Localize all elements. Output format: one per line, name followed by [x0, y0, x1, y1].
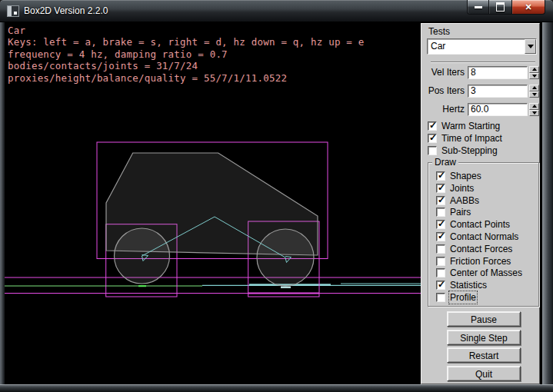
pos-iters-spinner: Pos Iters 3 [424, 85, 539, 98]
checkbox-label: Sub-Stepping [441, 145, 498, 156]
contact-point-left [138, 285, 146, 287]
checkbox-label: Shapes [450, 171, 481, 181]
checkbox[interactable] [428, 146, 437, 155]
spinner-label: Pos Iters [424, 85, 468, 98]
spinner-down-button[interactable] [529, 110, 539, 117]
test-select-dropdown[interactable]: Car [427, 38, 537, 55]
window-frame-bottom [0, 384, 553, 392]
checkbox[interactable] [436, 196, 445, 205]
minimize-icon [475, 6, 482, 8]
checkbox[interactable] [436, 293, 445, 302]
checkbox[interactable] [428, 121, 437, 131]
action-buttons: PauseSingle StepRestartQuit [447, 311, 521, 381]
debug-text-line: frequency = 4 hz, damping ratio = 0.7 [8, 48, 365, 60]
contact-points-checkbox-row[interactable]: Contact Points [436, 220, 522, 229]
checkbox-label: Joints [450, 183, 474, 194]
checkbox-label: Friction Forces [450, 256, 511, 267]
arrow-down-icon [532, 93, 537, 96]
close-icon: ✕ [525, 3, 531, 12]
titlebar[interactable]: Box2D Version 2.2.0 ✕ [0, 0, 553, 22]
debug-text-line: Keys: left = a, brake = s, right = d, hz… [8, 36, 365, 48]
checkbox[interactable] [436, 208, 445, 217]
checkbox[interactable] [428, 134, 437, 143]
checkbox-label: Profile [450, 292, 476, 303]
spinner-up-button[interactable] [529, 103, 539, 110]
checkbox[interactable] [436, 281, 445, 290]
app-window: Box2D Version 2.2.0 ✕ [0, 0, 553, 392]
checkbox-label: Contact Points [450, 219, 510, 230]
checkbox-label: Pairs [450, 207, 471, 218]
checkbox[interactable] [436, 257, 445, 266]
contact-point-right [281, 287, 291, 288]
checkbox[interactable] [436, 184, 445, 193]
minimize-button[interactable] [467, 0, 489, 15]
contact-normals-checkbox-row[interactable]: Contact Normals [436, 232, 522, 241]
checkbox[interactable] [436, 244, 445, 254]
window-frame-right [542, 22, 553, 392]
spinner-up-button[interactable] [529, 85, 539, 91]
debug-text-line: bodies/contacts/joints = 31/7/24 [8, 60, 365, 71]
checkbox-label: Time of Impact [441, 133, 502, 144]
aabbs-checkbox-row[interactable]: AABBs [436, 196, 522, 205]
debug-text-line: proxies/height/balance/quality = 55/7/1/… [8, 72, 365, 84]
checkbox-label: Warm Starting [441, 121, 500, 131]
maximize-button[interactable] [489, 0, 511, 15]
checkbox-label: Center of Masses [450, 267, 522, 278]
separator [431, 61, 535, 63]
spinner-label: Vel Iters [424, 66, 468, 79]
solver-toggles: Warm Starting Time of Impact Sub-Steppin… [428, 121, 502, 155]
checkbox-label: Contact Forces [450, 244, 512, 254]
dropdown-arrow-button[interactable] [525, 39, 536, 54]
vel-iters-spinner: Vel Iters 8 [424, 66, 539, 79]
pairs-checkbox-row[interactable]: Pairs [436, 208, 522, 217]
warm-starting-checkbox-row[interactable]: Warm Starting [428, 121, 502, 131]
spinner-input[interactable]: 60.0 [468, 103, 528, 116]
spinner-buttons [529, 66, 539, 79]
checkbox[interactable] [436, 220, 445, 229]
arrow-up-icon [532, 68, 537, 71]
hertz-spinner: Hertz 60.0 [424, 103, 539, 116]
pause-button[interactable]: Pause [447, 311, 521, 327]
shapes-checkbox-row[interactable]: Shapes [436, 171, 522, 181]
spinner-buttons [529, 85, 539, 98]
spinner-input[interactable]: 3 [468, 85, 528, 98]
restart-button[interactable]: Restart [447, 347, 521, 363]
spinner-buttons [529, 103, 539, 116]
arrow-up-icon [532, 105, 537, 108]
time-of-impact-checkbox-row[interactable]: Time of Impact [428, 134, 502, 143]
spinner-group: Vel Iters 8 Pos Iters 3 Hertz 60.0 [424, 66, 539, 121]
debug-text-line: Car [8, 25, 365, 36]
spinner-input[interactable]: 8 [468, 66, 528, 79]
window-controls: ✕ [467, 0, 545, 15]
checkbox[interactable] [436, 268, 445, 277]
checkbox-label: Statistics [450, 280, 487, 291]
statistics-checkbox-row[interactable]: Statistics [436, 281, 522, 290]
spinner-down-button[interactable] [529, 73, 539, 80]
close-button[interactable]: ✕ [511, 0, 545, 15]
checkbox[interactable] [436, 232, 445, 241]
arrow-down-icon [532, 111, 537, 115]
sub-stepping-checkbox-row[interactable]: Sub-Stepping [428, 146, 502, 155]
simulation-viewport[interactable]: CarKeys: left = a, brake = s, right = d,… [5, 23, 421, 384]
maximize-icon [496, 2, 505, 12]
spinner-up-button[interactable] [529, 66, 539, 73]
profile-checkbox-row[interactable]: Profile [436, 293, 522, 302]
window-frame-left [0, 22, 5, 392]
joints-checkbox-row[interactable]: Joints [436, 184, 522, 193]
window-title: Box2D Version 2.2.0 [24, 5, 108, 16]
control-panel: Tests Car Vel Iters 8 Pos Iters 3 [421, 23, 540, 384]
single-step-button[interactable]: Single Step [447, 330, 521, 345]
checkbox[interactable] [436, 171, 445, 181]
contact-forces-checkbox-row[interactable]: Contact Forces [436, 244, 522, 254]
checkbox-label: Contact Normals [450, 231, 518, 242]
spinner-down-button[interactable] [529, 91, 539, 98]
arrow-up-icon [532, 86, 537, 89]
test-select-value: Car [428, 39, 525, 54]
checkbox-label: AABBs [450, 195, 479, 206]
center-of-masses-checkbox-row[interactable]: Center of Masses [436, 268, 522, 277]
quit-button[interactable]: Quit [447, 366, 521, 381]
tests-label: Tests [428, 26, 450, 37]
friction-forces-checkbox-row[interactable]: Friction Forces [436, 257, 522, 266]
spinner-label: Hertz [424, 103, 468, 116]
draw-toggles: Shapes Joints AABBs Pairs Contact Points… [436, 171, 522, 302]
